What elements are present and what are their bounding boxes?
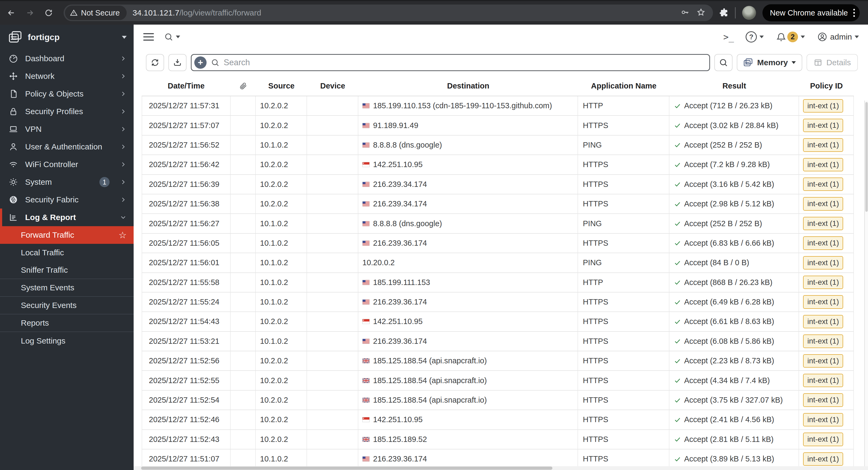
browser-menu-icon[interactable] xyxy=(853,9,855,17)
table-row[interactable]: 2025/12/27 11:54:4310.2.0.2142.251.10.95… xyxy=(142,312,854,331)
column-header-application-name[interactable]: Application Name xyxy=(578,76,670,96)
collapse-menu-icon[interactable] xyxy=(143,33,154,41)
sidebar-subitem-system-events[interactable]: System Events xyxy=(0,279,134,297)
sidebar-item-log-report[interactable]: Log & Report xyxy=(0,208,134,226)
cell-source: 10.1.0.2 xyxy=(256,136,307,154)
datetime-value: 2025/12/27 11:56:01 xyxy=(149,258,219,267)
table-row[interactable]: 2025/12/27 11:57:0710.2.0.291.189.91.49H… xyxy=(142,116,854,135)
browser-back-button[interactable] xyxy=(4,5,19,20)
sidebar-subitem-local-traffic[interactable]: Local Traffic xyxy=(0,244,134,262)
accept-check-icon xyxy=(674,357,681,365)
table-row[interactable]: 2025/12/27 11:52:5510.2.0.2185.125.188.5… xyxy=(142,371,854,390)
refresh-button[interactable] xyxy=(146,54,164,71)
table-row[interactable]: 2025/12/27 11:56:4210.2.0.2142.251.10.95… xyxy=(142,155,854,175)
sidebar-item-security-profiles[interactable]: Security Profiles xyxy=(0,102,134,120)
vdom-selector[interactable]: fortigcp xyxy=(0,25,134,50)
table-row[interactable]: 2025/12/27 11:56:3810.2.0.2216.239.34.17… xyxy=(142,194,854,214)
source-ip-value: 10.1.0.2 xyxy=(260,141,288,149)
result-value: Accept (3.89 kB / 5.13 kB) xyxy=(684,454,774,463)
cell-source: 10.2.0.2 xyxy=(256,351,307,370)
sidebar-item-network[interactable]: Network xyxy=(0,67,134,85)
log-filter-bar[interactable]: + xyxy=(191,54,710,71)
column-header-attachment[interactable] xyxy=(230,76,256,96)
sidebar-subitem-log-settings[interactable]: Log Settings xyxy=(0,332,134,350)
url-text[interactable]: 34.101.121.7/log/view/traffic/forward xyxy=(132,8,261,18)
sidebar-subitem-reports[interactable]: Reports xyxy=(0,315,134,332)
cli-console-icon[interactable]: >_ xyxy=(723,32,734,42)
application-value: PING xyxy=(583,258,602,267)
column-header-date-time[interactable]: Date/Time xyxy=(142,76,230,96)
cell-attachment xyxy=(230,371,256,390)
browser-forward-button[interactable] xyxy=(23,5,37,20)
datetime-value: 2025/12/27 11:51:07 xyxy=(149,454,219,463)
destination-value: 216.239.36.174 xyxy=(373,239,427,247)
download-button[interactable] xyxy=(168,54,187,71)
datetime-value: 2025/12/27 11:55:58 xyxy=(149,278,219,287)
table-row[interactable]: 2025/12/27 11:52:5410.2.0.2185.125.188.5… xyxy=(142,390,854,410)
table-row[interactable]: 2025/12/27 11:56:5210.1.0.28.8.8.8 (dns.… xyxy=(142,136,854,155)
column-header-policy-id[interactable]: Policy ID xyxy=(799,76,854,96)
table-row[interactable]: 2025/12/27 11:57:3110.2.0.2185.199.110.1… xyxy=(142,96,854,116)
address-bar[interactable]: Not Secure 34.101.121.7/log/view/traffic… xyxy=(64,4,713,21)
cell-device xyxy=(307,390,359,410)
accept-check-icon xyxy=(674,436,681,443)
search-submit-button[interactable] xyxy=(714,54,733,71)
sidebar-subitem-forward-traffic[interactable]: Forward Traffic☆ xyxy=(0,226,134,244)
destination-value: 142.251.10.95 xyxy=(373,317,423,326)
cell-device xyxy=(307,273,359,292)
result-value: Accept (4.34 kB / 7.4 kB) xyxy=(684,376,770,385)
source-ip-value: 10.1.0.2 xyxy=(260,258,288,267)
sidebar-item-security-fabric[interactable]: Security Fabric xyxy=(0,191,134,208)
table-row[interactable]: 2025/12/27 11:53:2110.1.0.2216.239.36.17… xyxy=(142,332,854,351)
password-key-icon[interactable] xyxy=(680,8,689,18)
table-row[interactable]: 2025/12/27 11:52:4610.2.0.2142.251.10.95… xyxy=(142,410,854,430)
cell-application: HTTPS xyxy=(578,390,670,410)
help-menu[interactable]: ? xyxy=(746,31,764,42)
notifications-menu[interactable]: 2 xyxy=(776,32,805,42)
add-filter-icon[interactable]: + xyxy=(194,56,207,69)
details-button[interactable]: Details xyxy=(807,54,858,71)
table-row[interactable]: 2025/12/27 11:56:3910.2.0.2216.239.34.17… xyxy=(142,175,854,194)
table-row[interactable]: 2025/12/27 11:55:2410.1.0.2216.239.36.17… xyxy=(142,292,854,312)
cell-device xyxy=(307,332,359,351)
column-header-source[interactable]: Source xyxy=(256,76,307,96)
sidebar-item-dashboard[interactable]: Dashboard xyxy=(0,50,134,67)
source-ip-value: 10.1.0.2 xyxy=(260,239,288,247)
sidebar-item-policy-objects[interactable]: Policy & Objects xyxy=(0,85,134,102)
horizontal-scrollbar[interactable] xyxy=(134,466,868,470)
accept-check-icon xyxy=(674,220,681,227)
user-menu[interactable]: admin xyxy=(817,32,859,42)
table-row[interactable]: 2025/12/27 11:56:2710.1.0.28.8.8.8 (dns.… xyxy=(142,214,854,233)
global-search[interactable] xyxy=(164,32,180,41)
table-row[interactable]: 2025/12/27 11:56:0110.1.0.210.20.0.2PING… xyxy=(142,253,854,273)
profile-avatar[interactable] xyxy=(742,6,756,20)
cell-policy-id: int-ext (1) xyxy=(799,273,854,292)
table-row[interactable]: 2025/12/27 11:55:5810.1.0.2185.199.111.1… xyxy=(142,273,854,292)
chrome-update-button[interactable]: New Chrome available xyxy=(763,4,860,21)
country-flag-us-icon xyxy=(362,123,370,128)
extensions-icon[interactable] xyxy=(719,7,728,18)
bookmark-star-icon[interactable] xyxy=(696,8,706,18)
sidebar-item-vpn[interactable]: VPN xyxy=(0,120,134,138)
search-input[interactable] xyxy=(224,58,705,67)
table-row[interactable]: 2025/12/27 11:56:0510.1.0.2216.239.36.17… xyxy=(142,234,854,253)
sidebar-item-system[interactable]: System1 xyxy=(0,173,134,191)
destination-value: 8.8.8.8 (dns.google) xyxy=(373,141,442,149)
table-row[interactable]: 2025/12/27 11:52:5610.2.0.2185.125.188.5… xyxy=(142,351,854,371)
datetime-value: 2025/12/27 11:57:31 xyxy=(149,101,219,110)
sidebar-item-user-authentication[interactable]: User & Authentication xyxy=(0,138,134,155)
browser-reload-button[interactable] xyxy=(41,5,56,20)
sidebar-subitem-sniffer-traffic[interactable]: Sniffer Traffic xyxy=(0,262,134,279)
favorite-star-icon[interactable]: ☆ xyxy=(119,231,127,239)
table-row[interactable]: 2025/12/27 11:52:4310.2.0.2185.125.189.5… xyxy=(142,430,854,449)
column-header-device[interactable]: Device xyxy=(307,76,359,96)
vertical-scrollbar[interactable] xyxy=(864,100,868,466)
column-header-result[interactable]: Result xyxy=(670,76,799,96)
sidebar-item-wifi-controller[interactable]: WiFi Controller xyxy=(0,155,134,173)
column-header-destination[interactable]: Destination xyxy=(359,76,578,96)
source-ip-value: 10.2.0.2 xyxy=(260,101,288,110)
sidebar-subitem-security-events[interactable]: Security Events xyxy=(0,297,134,315)
sidebar-item-label: Security Fabric xyxy=(25,195,79,204)
not-secure-chip[interactable]: Not Secure xyxy=(65,6,127,20)
log-source-dropdown[interactable]: Memory xyxy=(737,54,802,71)
